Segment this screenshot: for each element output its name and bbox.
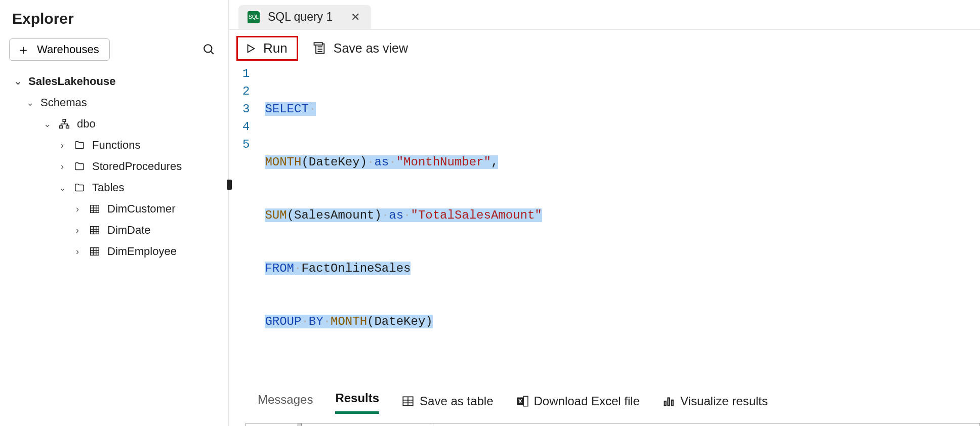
database-label: SalesLakehouse	[28, 75, 115, 88]
tree-item-schema-dbo[interactable]: ⌄ dbo	[6, 113, 228, 135]
excel-icon: X	[516, 395, 529, 408]
tree-item-table[interactable]: › DimDate	[6, 220, 228, 241]
search-button[interactable]	[202, 43, 216, 56]
table-label: DimDate	[107, 224, 151, 237]
explorer-panel: Explorer ＋ Warehouses ⌄ SalesLakehouse ⌄…	[0, 0, 228, 426]
line-number: 1	[242, 65, 250, 82]
line-number: 4	[242, 118, 250, 136]
line-number: 3	[242, 100, 250, 118]
tab-results[interactable]: Results	[335, 388, 379, 414]
tables-label: Tables	[92, 181, 125, 194]
chevron-down-icon: ⌄	[13, 76, 22, 87]
svg-rect-35	[671, 400, 673, 405]
save-as-view-button[interactable]: Save as view	[312, 37, 408, 60]
svg-rect-10	[91, 227, 99, 234]
line-number: 2	[242, 82, 250, 100]
svg-line-1	[211, 51, 213, 54]
table-label: DimEmployee	[107, 245, 177, 258]
visualize-results-label: Visualize results	[680, 394, 768, 408]
chevron-right-icon: ›	[73, 246, 82, 257]
tree-item-functions[interactable]: › Functions	[6, 135, 228, 156]
tree-item-table[interactable]: › DimEmployee	[6, 241, 228, 262]
svg-rect-31	[523, 396, 528, 406]
functions-label: Functions	[92, 139, 140, 152]
tab-messages[interactable]: Messages	[258, 390, 313, 413]
tree-item-database[interactable]: ⌄ SalesLakehouse	[6, 71, 228, 92]
tree-item-tables[interactable]: ⌄ Tables	[6, 177, 228, 198]
tab-sql-query[interactable]: SQL SQL query 1 ✕	[238, 5, 371, 29]
run-label: Run	[263, 40, 288, 56]
svg-rect-15	[91, 248, 99, 255]
chevron-right-icon: ›	[73, 204, 82, 215]
chevron-right-icon: ›	[58, 140, 67, 151]
tab-label: SQL query 1	[268, 10, 333, 24]
editor-toolbar: Run Save as view	[229, 30, 980, 65]
editor-tab-bar: SQL SQL query 1 ✕	[229, 0, 980, 30]
svg-text:X: X	[518, 398, 522, 404]
line-number: 5	[242, 136, 250, 153]
split-handle[interactable]	[227, 180, 232, 190]
results-grid[interactable]: MonthNumber TotalSalesAmount 1 12 157235…	[246, 423, 980, 426]
storedprocedures-label: StoredProcedures	[92, 160, 182, 173]
column-header[interactable]: MonthNumber	[302, 423, 433, 426]
search-icon	[202, 43, 216, 56]
save-view-icon	[312, 41, 326, 56]
tree-item-storedprocedures[interactable]: › StoredProcedures	[6, 156, 228, 177]
schemas-label: Schemas	[40, 96, 87, 109]
table-icon	[88, 202, 101, 216]
folder-icon	[73, 160, 86, 173]
svg-rect-4	[66, 126, 69, 129]
folder-icon	[73, 139, 86, 152]
table-label: DimCustomer	[107, 202, 175, 216]
chevron-down-icon: ⌄	[58, 182, 67, 193]
warehouses-label: Warehouses	[37, 43, 99, 56]
column-header[interactable]: TotalSalesAmount	[433, 423, 980, 426]
plus-icon: ＋	[17, 43, 30, 56]
download-excel-button[interactable]: X Download Excel file	[516, 394, 640, 408]
svg-rect-2	[63, 119, 66, 122]
main-panel: SQL SQL query 1 ✕ Run Save as view	[228, 0, 980, 426]
explorer-tree: ⌄ SalesLakehouse ⌄ Schemas ⌄ dbo › Funct…	[0, 71, 228, 262]
explorer-title: Explorer	[0, 5, 228, 38]
save-as-view-label: Save as view	[334, 41, 408, 56]
add-warehouses-button[interactable]: ＋ Warehouses	[9, 38, 110, 61]
line-gutter: 1 2 3 4 5	[242, 65, 265, 366]
visualize-results-button[interactable]: Visualize results	[662, 394, 768, 408]
sql-file-icon: SQL	[248, 11, 260, 23]
tree-item-table[interactable]: › DimCustomer	[6, 198, 228, 220]
chevron-down-icon: ⌄	[43, 118, 52, 130]
svg-point-0	[204, 45, 212, 52]
table-icon	[88, 245, 101, 258]
run-button[interactable]: Run	[236, 36, 298, 61]
table-icon	[88, 224, 101, 237]
svg-rect-34	[668, 398, 669, 405]
svg-rect-22	[314, 42, 322, 45]
chevron-down-icon: ⌄	[25, 97, 34, 108]
grid-corner	[246, 423, 302, 426]
svg-rect-5	[91, 205, 99, 213]
schema-label: dbo	[77, 117, 96, 131]
save-as-table-button[interactable]: Save as table	[401, 394, 493, 408]
schema-icon	[58, 117, 71, 131]
play-icon	[245, 43, 256, 54]
save-as-table-label: Save as table	[420, 394, 493, 408]
chevron-right-icon: ›	[73, 225, 82, 236]
table-icon	[401, 395, 415, 408]
sql-editor[interactable]: 1 2 3 4 5 SELECT· MONTH(DateKey)·as·"Mon…	[229, 65, 980, 376]
svg-marker-20	[248, 45, 255, 52]
close-icon[interactable]: ✕	[351, 11, 360, 24]
folder-icon	[73, 181, 86, 194]
svg-rect-3	[60, 126, 63, 129]
chevron-right-icon: ›	[58, 161, 67, 172]
bar-chart-icon	[662, 395, 675, 408]
code-content: SELECT· MONTH(DateKey)·as·"MonthNumber",…	[265, 65, 542, 366]
results-toolbar: Messages Results Save as table X Downloa…	[229, 376, 980, 418]
tree-item-schemas[interactable]: ⌄ Schemas	[6, 92, 228, 113]
svg-rect-33	[664, 401, 666, 406]
download-excel-label: Download Excel file	[534, 394, 640, 408]
